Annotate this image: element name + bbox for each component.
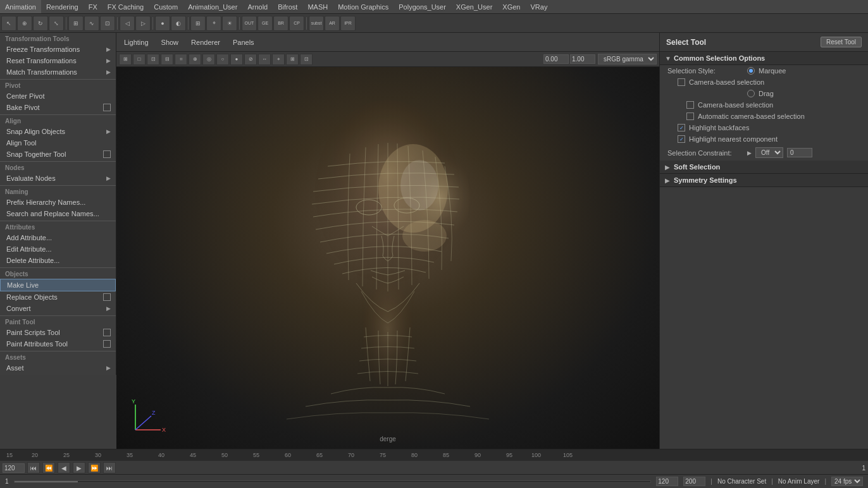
coord-x-input[interactable] [543,54,569,64]
menu-tab-custom[interactable]: Custom [149,0,183,13]
menu-tab-xgen[interactable]: XGen [497,0,525,13]
toolbar-cp[interactable]: CP [289,16,304,31]
menu-delete-attribute[interactable]: Delete Attribute... [0,255,116,266]
coord-y-input[interactable] [570,54,595,64]
toolbar-history[interactable]: ◁ [120,16,135,31]
toolbar-br[interactable]: BR [273,16,288,31]
next-frame-btn[interactable]: ⏩ [88,462,101,473]
toolbar-ar[interactable]: AR [325,16,340,31]
scroll-thumb[interactable] [15,481,78,482]
timeline-ruler[interactable]: 15 20 25 30 35 40 45 50 55 60 65 70 75 8… [0,449,868,461]
vp-btn-14[interactable]: ⊡ [300,54,313,65]
menu-tab-vray[interactable]: VRay [525,0,552,13]
menu-convert[interactable]: Convert ▶ [0,303,116,314]
vp-btn-2[interactable]: □ [133,54,146,65]
toolbar-outliner[interactable]: OUT [242,16,257,31]
menu-align-tool[interactable]: Align Tool [0,137,116,149]
menu-replace-objects[interactable]: Replace Objects [0,291,116,303]
fps-select[interactable]: 24 fps [831,477,863,486]
menu-freeze-transformations[interactable]: Freeze Transformations ▶ [0,44,116,55]
constraint-value-input[interactable] [787,148,812,157]
menu-center-pivot[interactable]: Center Pivot [0,90,116,102]
menu-evaluate-nodes[interactable]: Evaluate Nodes ▶ [0,173,116,184]
common-selection-section-header[interactable]: ▼ Common Selection Options [660,52,868,65]
play-back-btn[interactable]: ◀ [58,462,70,473]
toolbar-ge[interactable]: GE [257,16,273,31]
menu-snap-together[interactable]: Snap Together Tool [0,149,116,160]
toolbar-move[interactable]: ⊕ [17,16,32,31]
menu-make-live[interactable]: Make Live [0,279,116,291]
vp-btn-11[interactable]: ↔ [258,54,271,65]
vp-btn-13[interactable]: ⊞ [286,54,299,65]
menu-reset-transformations[interactable]: Reset Transformations ▶ [0,55,116,66]
vp-btn-6[interactable]: ⊕ [189,54,201,65]
menu-match-transformations[interactable]: Match Transformations ▶ [0,66,116,78]
panels-tab[interactable]: Panels [230,37,257,47]
menu-tab-mash[interactable]: MASH [302,0,333,13]
highlight-nearest-checkbox[interactable]: ✓ [678,135,685,143]
gamma-select[interactable]: sRGB gamma [598,54,657,64]
marquee-radio[interactable] [747,67,755,75]
lighting-tab[interactable]: Lighting [121,37,151,47]
soft-selection-header[interactable]: ▶ Soft Selection [660,161,868,174]
vp-btn-5[interactable]: ⌗ [175,54,187,65]
menu-add-attribute[interactable]: Add Attribute... [0,232,116,243]
toolbar-camera[interactable]: ⌖ [206,16,221,31]
menu-paint-attributes[interactable]: Paint Attributes Tool [0,338,116,350]
highlight-backfaces-checkbox[interactable]: ✓ [678,124,685,131]
auto-camera-checkbox[interactable] [686,113,694,120]
toolbar-snap-grid[interactable]: ⊞ [68,16,84,31]
constraint-collapse-icon[interactable]: ▶ [747,150,752,156]
menu-tab-rendering[interactable]: Rendering [41,0,84,13]
menu-tab-animuser[interactable]: Animation_User [183,0,242,13]
toolbar-snap-curve[interactable]: ∿ [84,16,99,31]
menu-bake-pivot[interactable]: Bake Pivot [0,102,116,113]
menu-paint-scripts[interactable]: Paint Scripts Tool [0,327,116,338]
toolbar-ipr2[interactable]: IPR [340,16,356,31]
checkbox-icon[interactable] [103,150,111,158]
play-fwd-btn[interactable]: ▶ [73,462,85,473]
toolbar-snap-point[interactable]: ⊡ [100,16,115,31]
toolbar-rotate[interactable]: ↻ [33,16,48,31]
vp-btn-3[interactable]: ⊡ [147,54,159,65]
scroll-bar[interactable] [14,480,652,483]
viewport-3d[interactable]: derge X Y Z [116,67,659,449]
menu-tab-animation[interactable]: Animation [0,0,41,13]
menu-edit-attribute[interactable]: Edit Attribute... [0,243,116,255]
symmetry-settings-header[interactable]: ▶ Symmetry Settings [660,174,868,187]
camera-based-checkbox-1[interactable] [678,78,685,86]
frame-input[interactable] [656,477,678,486]
vp-btn-7[interactable]: ◎ [202,54,215,65]
play-end-btn[interactable]: ⏭ [103,462,116,473]
menu-prefix-hierarchy[interactable]: Prefix Hierarchy Names... [0,197,116,208]
menu-snap-align[interactable]: Snap Align Objects ▶ [0,126,116,137]
reset-tool-button[interactable]: Reset Tool [821,37,862,47]
menu-tab-fxcaching[interactable]: FX Caching [102,0,149,13]
checkbox-icon[interactable] [103,340,111,348]
menu-asset[interactable]: Asset ▶ [0,362,116,374]
prev-frame-btn[interactable]: ⏪ [42,462,55,473]
camera-based-checkbox-2[interactable] [686,101,694,109]
checkbox-icon[interactable] [103,293,111,301]
toolbar-render[interactable]: ● [155,16,170,31]
vp-btn-1[interactable]: ⊞ [119,54,132,65]
checkbox-icon[interactable] [103,104,111,111]
menu-tab-xgenuser[interactable]: XGen_User [451,0,497,13]
vp-btn-10[interactable]: ⊘ [244,54,257,65]
vp-btn-8[interactable]: ○ [216,54,229,65]
end-frame-input[interactable] [683,477,705,486]
menu-tab-arnold[interactable]: Arnold [242,0,273,13]
menu-tab-polygonsuser[interactable]: Polygons_User [394,0,451,13]
toolbar-light[interactable]: ☀ [222,16,237,31]
vp-btn-9[interactable]: ● [230,54,243,65]
show-tab[interactable]: Show [159,37,182,47]
checkbox-icon[interactable] [103,329,111,336]
menu-tab-motiongraphics[interactable]: Motion Graphics [333,0,394,13]
vp-btn-12[interactable]: ⌖ [272,54,285,65]
toolbar-subst[interactable]: subst [309,16,324,31]
toolbar-redo[interactable]: ▷ [135,16,151,31]
menu-search-replace[interactable]: Search and Replace Names... [0,208,116,219]
menu-tab-bifrost[interactable]: Bifrost [273,0,302,13]
toolbar-scale[interactable]: ⤡ [49,16,64,31]
renderer-tab[interactable]: Renderer [189,37,223,47]
